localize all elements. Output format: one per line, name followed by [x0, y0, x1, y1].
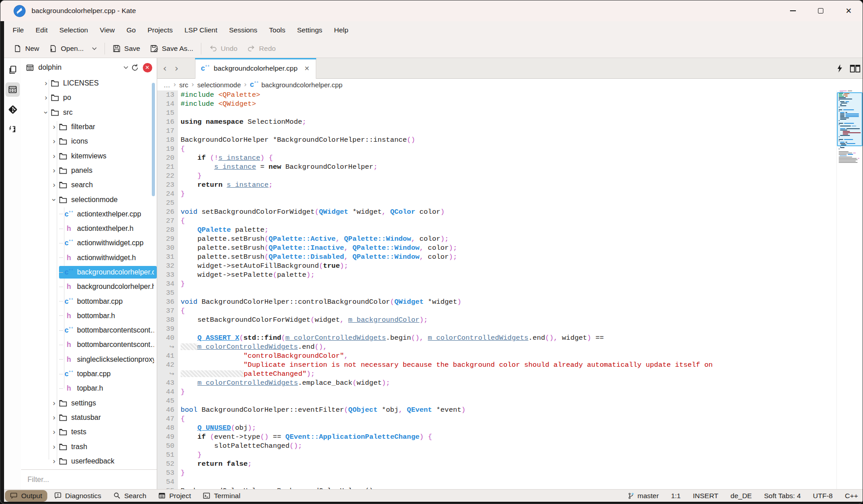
tree-item-panels[interactable]: ›panels [21, 163, 157, 178]
tree-item-kitemviews[interactable]: ›kitemviews [21, 148, 157, 163]
menu-view[interactable]: View [94, 21, 120, 39]
open-recent-dropdown[interactable] [87, 41, 102, 56]
tree-item-icons[interactable]: ›icons [21, 134, 157, 148]
panel-button-project[interactable]: Project [153, 490, 196, 502]
file-type[interactable]: C++ [845, 492, 858, 500]
expand-arrow-icon[interactable]: › [50, 137, 58, 146]
redo-button[interactable]: Redo [242, 41, 281, 56]
minimap[interactable] [836, 90, 863, 489]
minimap-viewport[interactable] [837, 92, 863, 146]
collapse-arrow-icon[interactable]: › [41, 108, 50, 117]
expand-arrow-icon[interactable]: › [50, 399, 58, 408]
breadcrumb-segment[interactable]: src [179, 81, 188, 89]
expand-arrow-icon[interactable]: › [50, 122, 58, 131]
menu-go[interactable]: Go [121, 21, 142, 39]
panel-button-label: Search [124, 492, 146, 500]
tree-item-licenses[interactable]: ›LICENSES [21, 76, 157, 90]
menu-edit[interactable]: Edit [30, 21, 54, 39]
tree-item-bottombarcontentscont-[interactable]: hbottombarcontentscont… [21, 338, 157, 352]
tree-item-topbar.h[interactable]: htopbar.h [21, 381, 157, 396]
tree-item-src[interactable]: ›src [21, 105, 157, 120]
expand-arrow-icon[interactable]: › [50, 442, 58, 451]
expand-arrow-icon[interactable]: › [42, 79, 50, 88]
status-item-label: UTF-8 [813, 492, 833, 500]
menu-tools[interactable]: Tools [263, 21, 291, 39]
new-button[interactable]: New [9, 41, 44, 56]
maximize-button[interactable] [807, 0, 835, 21]
expand-arrow-icon[interactable]: › [50, 166, 58, 175]
expand-arrow-icon[interactable]: › [50, 180, 58, 189]
tree-item-actiontexthelper.cpp[interactable]: c⁺⁺actiontexthelper.cpp [21, 207, 157, 221]
tree-item-bottombar.cpp[interactable]: c⁺⁺bottombar.cpp [21, 294, 157, 308]
panel-button-terminal[interactable]: Terminal [198, 490, 245, 502]
history-forward-button[interactable]: › [171, 63, 182, 74]
tree-item-trash[interactable]: ›trash [21, 439, 157, 454]
tree-item-settings[interactable]: ›settings [21, 396, 157, 410]
expand-arrow-icon[interactable]: › [50, 152, 58, 161]
tab-backgroundcolorhelper[interactable]: c⁺⁺ backgroundcolorhelper.cpp ✕ [195, 58, 316, 79]
menu-selection[interactable]: Selection [54, 21, 94, 39]
menu-sessions[interactable]: Sessions [223, 21, 263, 39]
tree-item-actionwithwidget.cpp[interactable]: c⁺⁺actionwithwidget.cpp [21, 236, 157, 250]
project-selector[interactable]: dolphin [26, 63, 128, 72]
menu-lsp-client[interactable]: LSP Client [178, 21, 223, 39]
panel-button-label: Project [169, 492, 191, 500]
sidebar-git-button[interactable] [5, 102, 20, 117]
tree-item-topbar.cpp[interactable]: c⁺⁺topbar.cpp [21, 367, 157, 381]
input-mode[interactable]: INSERT [693, 492, 718, 500]
expand-arrow-icon[interactable]: › [50, 457, 58, 466]
tree-item-userfeedback[interactable]: ›userfeedback [21, 454, 157, 468]
encoding[interactable]: UTF-8 [813, 492, 833, 500]
split-view-icon[interactable] [849, 64, 861, 73]
code-line-30: 30 palette.setBrush(QPalette::Inactive, … [157, 243, 863, 252]
titlebar[interactable]: backgroundcolorhelper.cpp - Kate ✕ [0, 0, 863, 21]
tree-item-actionwithwidget.h[interactable]: hactionwithwidget.h [21, 251, 157, 265]
expand-arrow-icon[interactable]: › [50, 428, 58, 436]
history-back-button[interactable]: ‹ [159, 63, 171, 74]
panel-button-search[interactable]: Search [108, 490, 151, 502]
expand-arrow-icon[interactable]: › [42, 93, 50, 102]
tree-item-po[interactable]: ›po [21, 90, 157, 105]
undo-button[interactable]: Undo [204, 41, 242, 56]
tree-item-tests[interactable]: ›tests [21, 425, 157, 439]
tree-item-actiontexthelper.h[interactable]: hactiontexthelper.h [21, 221, 157, 236]
menu-projects[interactable]: Projects [141, 21, 178, 39]
menu-help[interactable]: Help [328, 21, 354, 39]
tree-item-selectionmode[interactable]: ›selectionmode [21, 192, 157, 207]
collapse-arrow-icon[interactable]: › [50, 196, 59, 204]
tree-item-bottombarcontentscont-[interactable]: c⁺⁺bottombarcontentscont… [21, 323, 157, 338]
sidebar-projects-button[interactable] [5, 82, 20, 97]
tree-item-filterbar[interactable]: ›filterbar [21, 120, 157, 134]
git-branch-indicator[interactable]: master [627, 492, 659, 500]
quick-open-bolt-icon[interactable] [836, 64, 843, 72]
menu-file[interactable]: File [7, 21, 30, 39]
breadcrumb-segment[interactable]: selectionmode [197, 81, 241, 89]
panel-button-output[interactable]: Output [5, 490, 47, 502]
breadcrumb-overflow[interactable]: … [164, 81, 170, 89]
filter-input[interactable]: Filter... [21, 469, 157, 489]
minimize-button[interactable] [779, 0, 807, 21]
project-refresh-button[interactable] [128, 61, 141, 74]
tree-item-search[interactable]: ›search [21, 178, 157, 192]
close-button[interactable]: ✕ [835, 0, 863, 21]
tab-mode[interactable]: Soft Tabs: 4 [764, 492, 801, 500]
cursor-position[interactable]: 1:1 [671, 492, 681, 500]
tree-item-backgroundcolorhelper.h[interactable]: hbackgroundcolorhelper.h [21, 279, 157, 294]
panel-button-diagnostics[interactable]: Diagnostics [49, 490, 106, 502]
save-button[interactable]: Save [108, 41, 145, 56]
menu-settings[interactable]: Settings [291, 21, 328, 39]
sidebar-documents-button[interactable] [5, 63, 20, 77]
tree-item-singleclickselectionproxy-[interactable]: hsingleclickselectionproxy… [21, 352, 157, 367]
open-button[interactable]: Open... [44, 41, 89, 56]
tree-item-bottombar.h[interactable]: hbottombar.h [21, 309, 157, 323]
save-as-button[interactable]: Save As... [145, 41, 198, 56]
tree-item-statusbar[interactable]: ›statusbar [21, 410, 157, 425]
tree-item-backgroundcolorhelper.c-[interactable]: c⁺⁺backgroundcolorhelper.c… [21, 265, 157, 279]
breadcrumb-segment[interactable]: backgroundcolorhelper.cpp [261, 81, 342, 89]
expand-arrow-icon[interactable]: › [50, 413, 58, 422]
project-panel-close-button[interactable]: ✕ [141, 61, 154, 74]
tab-close-icon[interactable]: ✕ [304, 65, 310, 72]
dictionary[interactable]: de_DE [731, 492, 752, 500]
sidebar-lsp-symbols-button[interactable] [5, 122, 20, 136]
code-editor[interactable]: 13#include <QPalette>14#include <QWidget… [157, 90, 863, 489]
